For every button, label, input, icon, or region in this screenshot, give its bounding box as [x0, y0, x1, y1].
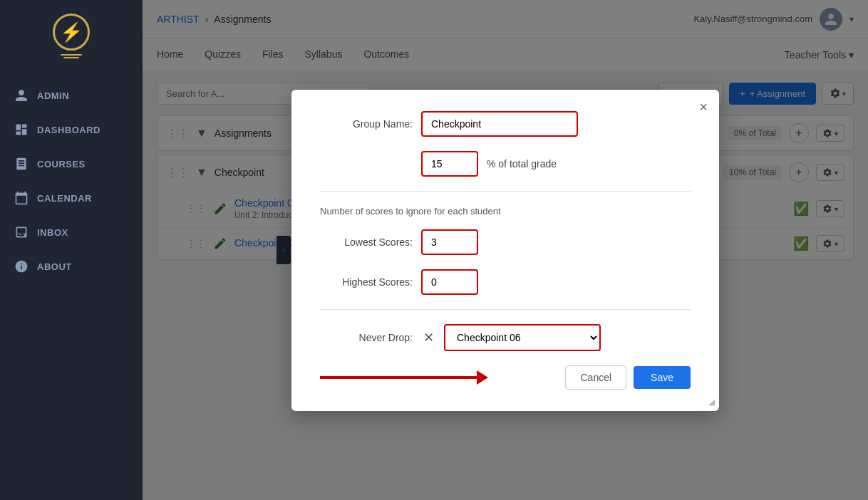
sidebar-item-admin-label: ADMIN — [37, 90, 69, 101]
red-arrow — [320, 370, 488, 385]
cancel-button[interactable]: Cancel — [565, 365, 626, 390]
inbox-icon — [14, 225, 29, 239]
lowest-scores-row: Lowest Scores: — [320, 229, 691, 255]
main-area: ARTHIST › Assignments Kaly.Nasiff@strong… — [143, 0, 868, 500]
sidebar-item-courses-label: COURSES — [37, 159, 86, 170]
divider-2 — [320, 309, 691, 310]
logo-lines — [61, 54, 82, 58]
sidebar-item-about-label: ABOUT — [37, 261, 72, 272]
divider-1 — [320, 191, 691, 192]
bolt-icon: ⚡ — [60, 23, 83, 41]
sidebar-item-about[interactable]: ABOUT — [0, 249, 143, 283]
resize-handle-icon[interactable]: ◢ — [708, 397, 715, 407]
logo-line-1 — [61, 54, 82, 56]
sidebar-item-admin[interactable]: ADMIN — [0, 78, 143, 113]
sidebar-item-courses[interactable]: COURSES — [0, 147, 143, 181]
info-icon — [14, 259, 29, 274]
percent-of-total-label: % of total grade — [487, 158, 557, 170]
arrow-line — [320, 376, 477, 379]
app-logo: ⚡ — [50, 7, 93, 64]
modal-footer: Cancel Save — [320, 365, 691, 390]
remove-never-drop-button[interactable]: ✕ — [420, 329, 437, 346]
highest-scores-input[interactable] — [421, 269, 478, 295]
logo-circle: ⚡ — [53, 14, 90, 51]
percentage-input[interactable] — [421, 151, 478, 177]
cancel-label: Cancel — [580, 372, 611, 383]
arrow-annotation — [320, 370, 488, 385]
highest-scores-label: Highest Scores: — [320, 276, 413, 288]
sidebar-item-inbox[interactable]: INBOX — [0, 215, 143, 249]
save-button[interactable]: Save — [634, 366, 691, 389]
never-drop-label: Never Drop: — [320, 332, 413, 343]
sidebar-item-inbox-label: INBOX — [37, 227, 68, 238]
never-drop-select[interactable]: Checkpoint 06 Checkpoint 01 Checkpoint 0… — [444, 324, 601, 351]
sidebar-item-dashboard-label: DASHBOARD — [37, 125, 100, 135]
person-icon — [14, 88, 29, 103]
calendar-icon — [14, 191, 29, 205]
sidebar: ⚡ ADMIN DASHBOARD COURSES CALENDAR — [0, 0, 143, 500]
sidebar-item-calendar-label: CALENDAR — [37, 193, 92, 204]
never-drop-row: Never Drop: ✕ Checkpoint 06 Checkpoint 0… — [320, 324, 691, 351]
sidebar-nav: ADMIN DASHBOARD COURSES CALENDAR INBOX A… — [0, 78, 143, 283]
sidebar-item-dashboard[interactable]: DASHBOARD — [0, 113, 143, 147]
highest-scores-row: Highest Scores: — [320, 269, 691, 295]
lowest-scores-input[interactable] — [421, 229, 478, 255]
group-name-input[interactable] — [421, 111, 578, 137]
book-icon — [14, 157, 29, 171]
logo-line-2 — [63, 57, 79, 58]
modal-overlay[interactable]: × Group Name: % of total grade Number of… — [143, 0, 868, 500]
group-name-row: Group Name: — [320, 111, 691, 137]
section-description: Number of scores to ignore for each stud… — [320, 206, 691, 217]
save-label: Save — [651, 372, 673, 383]
modal-close-button[interactable]: × — [699, 100, 708, 114]
arrow-head — [477, 370, 488, 385]
lowest-scores-label: Lowest Scores: — [320, 236, 413, 248]
group-name-field-label: Group Name: — [320, 118, 413, 130]
percentage-row: % of total grade — [320, 151, 691, 177]
dashboard-icon — [14, 123, 29, 137]
sidebar-item-calendar[interactable]: CALENDAR — [0, 181, 143, 215]
edit-group-modal: × Group Name: % of total grade Number of… — [291, 90, 719, 411]
